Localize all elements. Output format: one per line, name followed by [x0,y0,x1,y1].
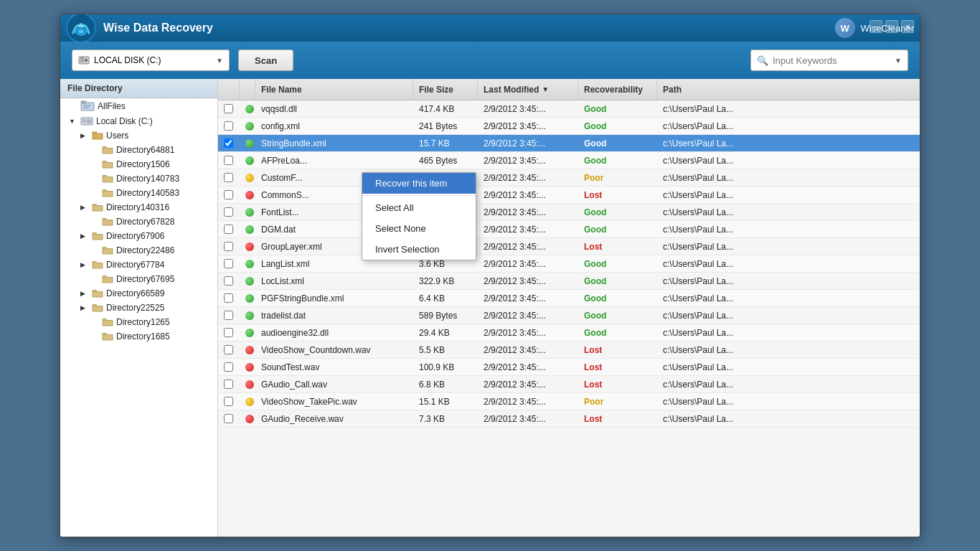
row-checkbox[interactable] [218,100,240,117]
sidebar-item-allfiles[interactable]: AllFiles [60,98,217,114]
row-checkbox[interactable] [218,307,240,324]
col-header-recoverability[interactable]: Recoverability [578,79,657,100]
context-menu-select-none[interactable]: Select None [362,218,476,239]
row-checkbox[interactable] [218,359,240,375]
row-checkbox[interactable] [218,273,240,289]
row-checkbox[interactable] [218,410,240,427]
row-checkbox[interactable] [218,255,240,272]
sidebar-item-dir67828[interactable]: Directory67828 [60,215,217,229]
file-row[interactable]: SoundTest.wav 100.9 KB 2/9/2012 3:45:...… [218,359,920,376]
sidebar-item-dir140583[interactable]: Directory140583 [60,186,217,200]
row-modified: 2/9/2012 3:45:... [478,169,578,186]
sidebar-item-dir67695[interactable]: Directory67695 [60,272,217,286]
search-dropdown-arrow[interactable]: ▼ [895,57,902,65]
col-header-filename[interactable]: File Name [255,79,413,100]
sidebar-item-dir67906[interactable]: ▶ Directory67906 [60,229,217,243]
file-row[interactable]: GroupLayer.xml 145.8 KB 2/9/2012 3:45:..… [218,238,920,255]
svg-rect-6 [80,57,84,58]
sort-arrow-modified: ▼ [542,85,549,93]
row-checkbox[interactable] [218,290,240,306]
file-row[interactable]: VideoShow_TakePic.wav 15.1 KB 2/9/2012 3… [218,393,920,410]
sidebar-item-dir1506[interactable]: Directory1506 [60,157,217,171]
row-checkbox[interactable] [218,169,240,186]
expand-arrow-67784: ▶ [80,261,89,268]
row-filename: AFPreLoa... [255,152,413,169]
sidebar-item-users[interactable]: ▶ Users [60,128,217,143]
file-row[interactable]: StringBundle.xml 15.7 KB 2/9/2012 3:45:.… [218,135,920,152]
sidebar-item-localdisk[interactable]: ▼ Local Disk (C:) [60,114,217,128]
file-row[interactable]: DGM.dat 22.4 KB 2/9/2012 3:45:... Good c… [218,221,920,238]
sidebar-item-dir64881[interactable]: Directory64881 [60,143,217,157]
sidebar-item-dir140316[interactable]: ▶ Directory140316 [60,200,217,215]
context-menu-recover[interactable]: Recover this item [362,173,476,194]
file-row[interactable]: PGFStringBundle.xml 6.4 KB 2/9/2012 3:45… [218,290,920,307]
row-checkbox[interactable] [218,376,240,392]
file-row[interactable]: config.xml 241 Bytes 2/9/2012 3:45:... G… [218,118,920,135]
filename-header-label: File Name [261,85,302,95]
row-path: c:\Users\Paul La... [657,204,920,220]
row-checkbox[interactable] [218,342,240,358]
row-filename: audioengine32.dll [255,324,413,341]
sidebar-item-dir140783[interactable]: Directory140783 [60,171,217,186]
file-row[interactable]: FontList... 6.8 KB 2/9/2012 3:45:... Goo… [218,204,920,221]
row-checkbox[interactable] [218,204,240,220]
restore-button[interactable]: □ [885,20,898,33]
row-checkbox[interactable] [218,393,240,410]
file-row[interactable]: AFPreLoa... 465 Bytes 2/9/2012 3:45:... … [218,152,920,169]
row-recoverability: Poor [578,169,657,186]
disk-selector[interactable]: LOCAL DISK (C:) ▼ [72,50,230,71]
search-input[interactable] [773,55,890,66]
file-row[interactable]: vqqsdl.dll 417.4 KB 2/9/2012 3:45:... Go… [218,100,920,118]
row-recoverability: Good [578,255,657,272]
folder-icon-dir22486 [102,246,113,255]
row-recoverability: Lost [578,376,657,392]
row-modified: 2/9/2012 3:45:... [478,307,578,324]
close-button[interactable]: ✕ [901,20,914,33]
file-row[interactable]: CommonS... 1.1 KB 2/9/2012 3:45:... Lost… [218,187,920,204]
row-checkbox[interactable] [218,187,240,203]
row-checkbox[interactable] [218,118,240,134]
context-menu: Recover this item Select All Select None… [362,172,476,260]
file-row[interactable]: VideoShow_Countdown.wav 5.5 KB 2/9/2012 … [218,342,920,359]
row-filename: VideoShow_Countdown.wav [255,342,413,358]
folder-icon-dir140316 [92,203,103,212]
row-checkbox[interactable] [218,238,240,255]
row-recoverability: Poor [578,393,657,410]
row-checkbox[interactable] [218,152,240,169]
file-row[interactable]: GAudio_Call.wav 6.8 KB 2/9/2012 3:45:...… [218,376,920,393]
title-bar-controls: ─ □ ✕ [870,20,914,33]
context-menu-select-all[interactable]: Select All [362,197,476,218]
file-row[interactable]: CustomF... 8.4 KB 2/9/2012 3:45:... Poor… [218,169,920,187]
folder-icon-dir140583 [102,189,113,198]
file-row[interactable]: audioengine32.dll 29.4 KB 2/9/2012 3:45:… [218,324,920,342]
file-row[interactable]: tradelist.dat 589 Bytes 2/9/2012 3:45:..… [218,307,920,324]
sidebar-item-dir22486[interactable]: Directory22486 [60,243,217,258]
context-menu-invert[interactable]: Invert Selection [362,239,476,260]
file-row[interactable]: GAudio_Receive.wav 7.3 KB 2/9/2012 3:45:… [218,410,920,428]
sidebar-item-dir67784[interactable]: ▶ Directory67784 [60,258,217,272]
row-status-dot [240,204,255,220]
row-recoverability: Good [578,273,657,289]
row-filesize: 15.1 KB [413,393,478,410]
sidebar-item-dir22525[interactable]: ▶ Directory22525 [60,301,217,315]
row-status-dot [240,238,255,255]
row-modified: 2/9/2012 3:45:... [478,290,578,306]
col-header-filesize[interactable]: File Size [413,79,478,100]
sidebar-item-dir1265[interactable]: Directory1265 [60,315,217,329]
row-status-dot [240,273,255,289]
sidebar-item-dir1685[interactable]: Directory1685 [60,329,217,344]
file-row[interactable]: LangList.xml 3.6 KB 2/9/2012 3:45:... Go… [218,255,920,273]
scan-button[interactable]: Scan [238,50,293,71]
file-row[interactable]: LocList.xml 322.9 KB 2/9/2012 3:45:... G… [218,273,920,290]
row-checkbox[interactable] [218,135,240,151]
folder-icon-dir140783 [102,174,113,184]
col-header-path[interactable]: Path [657,79,920,100]
sidebar-item-dir66589[interactable]: ▶ Directory66589 [60,286,217,301]
col-header-modified[interactable]: Last Modified ▼ [478,79,578,100]
row-checkbox[interactable] [218,221,240,237]
minimize-button[interactable]: ─ [870,20,882,33]
row-modified: 2/9/2012 3:45:... [478,359,578,375]
folder-icon-dir67828 [102,217,113,227]
row-checkbox[interactable] [218,324,240,341]
row-path: c:\Users\Paul La... [657,187,920,203]
